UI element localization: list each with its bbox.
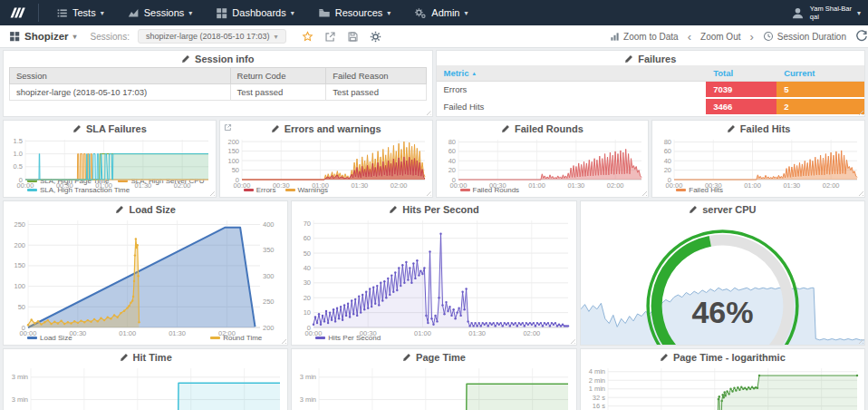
nav-admin-label: Admin: [431, 7, 459, 18]
svg-text:01:00: 01:00: [528, 181, 545, 190]
nav-dashboards[interactable]: Dashboards ▾: [204, 0, 305, 25]
edit-pencil-icon[interactable]: [72, 124, 82, 133]
svg-text:80: 80: [448, 138, 455, 146]
svg-text:00:30: 00:30: [69, 329, 86, 337]
failed-rounds-chart[interactable]: 00:0000:3001:0001:3002:00806040200: [437, 135, 649, 184]
svg-text:3 min: 3 min: [12, 373, 28, 381]
svg-text:40: 40: [448, 157, 455, 165]
svg-text:16 s: 16 s: [592, 402, 604, 410]
hit-time-panel: Hit Time 00:0000:3001:0001:3002:003 min3…: [3, 348, 288, 410]
dashboard-row-4: Hit Time 00:0000:3001:0001:3002:003 min3…: [3, 348, 865, 410]
project-selector[interactable]: Shopizer ▾: [9, 31, 77, 42]
panel-title-text: Hit Time: [133, 352, 172, 363]
hits-per-second-panel: Hits Per Second 00:0000:3001:0001:3002:0…: [291, 200, 576, 346]
svg-text:00:30: 00:30: [273, 181, 290, 190]
page-time-panel: Page Time 00:0000:3001:0001:3002:003 min…: [291, 348, 576, 410]
user-subtitle: qal: [810, 13, 819, 21]
edit-pencil-icon[interactable]: [389, 205, 398, 214]
edit-pencil-icon[interactable]: [120, 353, 129, 362]
edit-pencil-icon[interactable]: [402, 353, 411, 362]
clock-icon: [763, 31, 774, 42]
panel-title: Hit Time: [4, 349, 287, 364]
column-header-session: Session: [10, 68, 231, 84]
session-duration-label: Session Duration: [777, 32, 846, 42]
errors-warnings-chart[interactable]: 00:0000:3001:0001:3002:00200150100500: [220, 135, 432, 184]
logo-icon: [9, 5, 29, 20]
sla-failures-chart[interactable]: 00:0000:3001:0001:3002:001.51.00.50: [4, 135, 216, 175]
column-header-metric[interactable]: Metric ▲: [437, 65, 707, 82]
column-header-current[interactable]: Current: [776, 65, 864, 82]
svg-text:3 min: 3 min: [300, 395, 316, 404]
svg-text:20: 20: [664, 166, 671, 174]
current-value-badge: 5: [776, 82, 864, 97]
edit-pencil-icon[interactable]: [271, 124, 280, 133]
session-dropdown[interactable]: shopizer-large (2018-05-10 17:03) ▾: [138, 29, 286, 44]
total-value-badge: 3466: [706, 99, 776, 114]
edit-pencil-icon[interactable]: [501, 124, 510, 133]
project-name: Shopizer: [24, 31, 69, 42]
svg-text:00:30: 00:30: [56, 181, 73, 190]
refresh-icon[interactable]: [855, 30, 868, 43]
panel-title: Failed Rounds: [437, 121, 649, 135]
svg-text:250: 250: [263, 298, 275, 306]
user-menu[interactable]: Yam Shal-Bar qal ▾: [791, 5, 861, 22]
edit-pencil-icon[interactable]: [660, 353, 669, 362]
project-grid-icon: [9, 31, 20, 42]
svg-text:01:30: 01:30: [469, 329, 487, 337]
svg-text:60: 60: [304, 234, 311, 242]
column-header-total[interactable]: Total: [706, 65, 776, 82]
failed-hits-chart[interactable]: 00:0000:3001:0001:3002:00806040200: [652, 135, 864, 184]
page-time-log-chart[interactable]: 00:0000:3001:0001:3002:004 min2 min1 min…: [581, 364, 864, 410]
chevron-left-icon[interactable]: ‹: [688, 30, 691, 44]
gear-icon[interactable]: [370, 31, 381, 43]
nav-sessions[interactable]: Sessions ▾: [116, 0, 205, 25]
navbar-separator: [38, 4, 39, 22]
edit-pencil-icon[interactable]: [727, 124, 736, 133]
panel-title-text: Session info: [195, 54, 254, 64]
svg-text:400: 400: [263, 220, 275, 229]
errors-warnings-panel: Errors and warnings 00:0000:3001:0001:30…: [219, 120, 433, 198]
chevron-right-icon[interactable]: ›: [750, 30, 754, 44]
svg-text:32 s: 32 s: [592, 394, 604, 402]
list-icon: [56, 7, 68, 19]
panel-title: Page Time - logarithmic: [581, 349, 864, 364]
svg-text:02:00: 02:00: [823, 181, 840, 190]
failed-reason-cell: Test passed: [326, 84, 426, 101]
server-cpu-gauge[interactable]: 46%: [581, 216, 864, 345]
hit-time-chart[interactable]: 00:0000:3001:0001:3002:003 min3 min2 min…: [4, 364, 287, 410]
svg-text:1.5: 1.5: [14, 137, 23, 145]
zoom-out-button[interactable]: Zoom Out: [700, 32, 740, 42]
webload-logo[interactable]: [7, 5, 38, 20]
load-size-chart[interactable]: 00:0000:3001:0001:3002:00250200150100500…: [4, 216, 287, 332]
svg-text:01:30: 01:30: [169, 329, 186, 337]
save-icon[interactable]: [347, 31, 359, 43]
dashboard-row-2: SLA Failures 00:0000:3001:0001:3002:001.…: [3, 120, 865, 198]
edit-pencil-icon[interactable]: [689, 205, 698, 214]
session-duration-button[interactable]: Session Duration: [763, 31, 846, 42]
resize-grip[interactable]: [425, 109, 431, 115]
edit-pencil-icon[interactable]: [624, 54, 633, 63]
dashboard: Session info Session Return Code Failed …: [0, 48, 868, 410]
failures-table: Metric ▲ Total Current Errors 7039 5 Fai…: [437, 65, 865, 116]
nav-resources[interactable]: Resources ▾: [306, 0, 403, 25]
svg-text:0.5: 0.5: [14, 162, 23, 171]
svg-text:2 min: 2 min: [588, 376, 604, 385]
favorite-star-icon[interactable]: [302, 31, 313, 43]
nav-tests[interactable]: Tests ▾: [44, 0, 116, 25]
nav-admin[interactable]: Admin ▾: [402, 0, 479, 25]
hits-per-second-chart[interactable]: 00:0000:3001:0001:3002:00706050403020100: [292, 216, 575, 332]
share-icon[interactable]: [324, 31, 336, 43]
external-link-icon[interactable]: [224, 123, 232, 132]
panel-title-text: Failures: [638, 54, 676, 64]
svg-text:01:00: 01:00: [119, 329, 136, 337]
edit-pencil-icon[interactable]: [115, 205, 124, 214]
svg-text:4 min: 4 min: [588, 367, 604, 376]
svg-text:150: 150: [227, 147, 239, 155]
zoom-to-data-button[interactable]: Zoom to Data: [610, 32, 679, 42]
edit-pencil-icon[interactable]: [181, 54, 190, 63]
svg-text:50: 50: [304, 249, 311, 258]
page-time-chart[interactable]: 00:0000:3001:0001:3002:003 min3 min2 min…: [292, 364, 575, 410]
svg-text:1.0: 1.0: [14, 150, 23, 158]
failed-hits-panel: Failed Hits 00:0000:3001:0001:3002:00806…: [651, 120, 865, 198]
table-row: shopizer-large (2018-05-10 17:03) Test p…: [10, 84, 427, 101]
